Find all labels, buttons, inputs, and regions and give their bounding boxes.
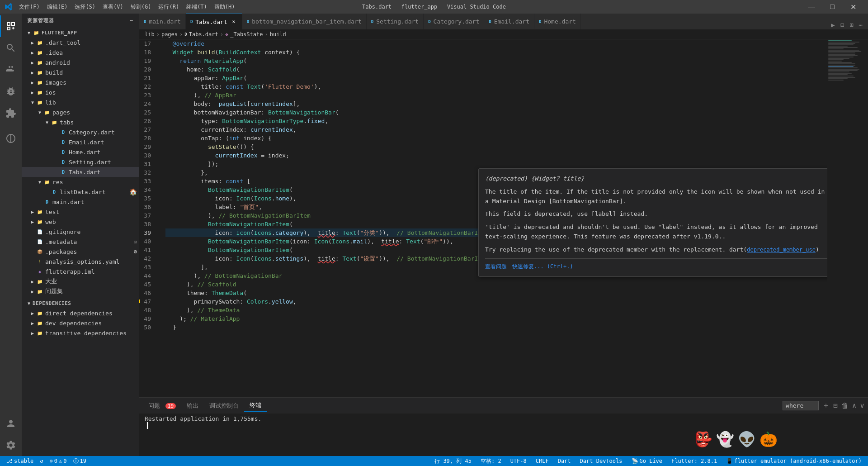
sidebar-item-build[interactable]: ▶ 📁 build: [22, 67, 139, 77]
sidebar-item-email-dart[interactable]: ▶ D Email.dart: [22, 137, 139, 147]
tab-main-dart[interactable]: D main.dart: [139, 14, 186, 29]
sidebar-item-pages[interactable]: ▼ 📁 pages: [22, 107, 139, 117]
popup-action-problems[interactable]: 查看问题: [485, 262, 507, 271]
sidebar-item-ios[interactable]: ▶ 📁 ios: [22, 87, 139, 97]
status-line-ending[interactable]: CRLF: [534, 456, 551, 466]
activity-explorer[interactable]: [0, 15, 22, 37]
sidebar-item-gitignore[interactable]: ▶ 📄 .gitignore: [22, 227, 139, 237]
sidebar-item-packages[interactable]: ▶ 📦 .packages ⚙: [22, 247, 139, 257]
tree-root[interactable]: ▼ 📁 FLUTTER_APP: [22, 28, 139, 38]
tab-category-dart[interactable]: D Category.dart: [424, 14, 484, 29]
sidebar-item-dev-deps[interactable]: ▶ 📁 dev dependencies: [22, 318, 139, 328]
tab-actions[interactable]: ▶ ⊟ ⊞ ⋯: [829, 20, 868, 29]
status-language[interactable]: Dart: [556, 456, 573, 466]
status-branch[interactable]: ⎇ stable: [5, 456, 35, 466]
sidebar-item-category-dart[interactable]: ▶ D Category.dart: [22, 127, 139, 137]
terminal-actions[interactable]: ＋ ⊟ 🗑 ∧ ∨: [783, 401, 864, 410]
tab-setting-dart[interactable]: D Setting.dart: [367, 14, 424, 29]
sidebar-item-issues[interactable]: ▶ 📁 问题集: [22, 286, 139, 296]
sidebar-item-direct-deps[interactable]: ▶ 📁 direct dependencies: [22, 308, 139, 318]
tab-close-tabs-dart[interactable]: ×: [230, 18, 237, 25]
sidebar-item-metadata[interactable]: ▶ 📄 .metadata ✉: [22, 237, 139, 247]
sidebar-item-home-dart[interactable]: ▶ D Home.dart: [22, 147, 139, 157]
sidebar-item-dart-tool[interactable]: ▶ 📁 .dart_tool: [22, 38, 139, 48]
close-button[interactable]: ✕: [843, 0, 863, 14]
status-info[interactable]: ⓘ 19: [71, 456, 88, 466]
breadcrumb-build[interactable]: build: [270, 31, 286, 38]
sidebar-item-flutterapp-iml[interactable]: ▶ ◆ flutterapp.iml: [22, 266, 139, 276]
code-editor[interactable]: @override Widget build(BuildContext cont…: [162, 39, 827, 397]
run-icon[interactable]: ▶: [829, 20, 836, 29]
chevron-up-icon[interactable]: ∧: [852, 401, 857, 410]
chevron-down-icon[interactable]: ∨: [860, 401, 864, 410]
sidebar-item-dependencies-section[interactable]: ▼ DEPENDENCIES: [22, 298, 139, 308]
split-terminal-icon[interactable]: ⊟: [833, 401, 838, 410]
breadcrumb-lib[interactable]: lib: [145, 31, 155, 38]
breadcrumb-tabs-dart[interactable]: Tabs.dart: [189, 31, 218, 38]
sidebar-item-test[interactable]: ▶ 📁 test: [22, 207, 139, 217]
sidebar-item-web[interactable]: ▶ 📁 web: [22, 217, 139, 227]
popup-action-quickfix[interactable]: 快速修复... (Ctrl+.): [512, 262, 573, 271]
status-line-col[interactable]: 行 39, 列 45: [433, 456, 473, 466]
menu-select[interactable]: 选择(S): [72, 2, 98, 12]
sidebar-item-idea[interactable]: ▶ 📁 .idea: [22, 48, 139, 57]
sidebar-more-icon[interactable]: ⋯: [130, 18, 133, 24]
menu-bar[interactable]: 文件(F) 编辑(E) 选择(S) 查看(V) 转到(G) 运行(R) 终端(T…: [16, 2, 238, 12]
status-encoding[interactable]: UTF-8: [509, 456, 528, 466]
breadcrumb-tabs-state[interactable]: _TabsState: [230, 31, 263, 38]
tab-terminal[interactable]: 终端: [244, 399, 267, 412]
activity-search[interactable]: [0, 37, 22, 59]
tab-problems[interactable]: 问题 19: [143, 400, 181, 412]
menu-run[interactable]: 运行(R): [156, 2, 182, 12]
menu-help[interactable]: 帮助(H): [212, 2, 238, 12]
activity-account[interactable]: [0, 413, 22, 434]
menu-file[interactable]: 文件(F): [16, 2, 42, 12]
tab-tabs-dart[interactable]: D Tabs.dart ×: [186, 14, 242, 29]
maximize-button[interactable]: □: [822, 0, 843, 14]
breadcrumb-pages[interactable]: pages: [161, 31, 178, 38]
sidebar-item-tabs-folder[interactable]: ▼ 📁 tabs: [22, 117, 139, 127]
menu-terminal[interactable]: 终端(T): [184, 2, 210, 12]
status-devtools[interactable]: Dart DevTools: [578, 456, 624, 466]
tab-home-dart[interactable]: D Home.dart: [534, 14, 581, 29]
status-spaces[interactable]: 空格: 2: [479, 456, 503, 466]
sidebar-item-lib[interactable]: ▼ 📁 lib: [22, 97, 139, 107]
sidebar-item-images[interactable]: ▶ 📁 images: [22, 77, 139, 87]
menu-view[interactable]: 查看(V): [100, 2, 126, 12]
sidebar-item-res[interactable]: ▼ 📁 res: [22, 177, 139, 187]
status-golive[interactable]: 📡 Go Live: [630, 456, 665, 466]
split-right-icon[interactable]: ⊟: [839, 20, 846, 29]
overflow-icon[interactable]: ⋯: [857, 20, 864, 29]
tab-email-dart[interactable]: D Email.dart: [484, 14, 534, 29]
popup-deprecated-link[interactable]: deprecated_member_use: [747, 247, 816, 253]
menu-edit[interactable]: 编辑(E): [44, 2, 71, 12]
window-controls[interactable]: ― □ ✕: [801, 0, 863, 14]
tab-output[interactable]: 输出: [181, 400, 204, 412]
status-emulator[interactable]: 📱 flutter emulator (android-x86-emulator…: [724, 456, 863, 466]
minimize-button[interactable]: ―: [801, 0, 822, 14]
status-errors[interactable]: ⊗ 0 ⚠ 0: [48, 456, 69, 466]
sidebar-item-android[interactable]: ▶ 📁 android: [22, 57, 139, 67]
activity-settings[interactable]: [0, 434, 22, 456]
menu-goto[interactable]: 转到(G): [128, 2, 154, 12]
status-flutter[interactable]: Flutter: 2.8.1: [670, 456, 719, 466]
tab-debug-console[interactable]: 调试控制台: [204, 400, 244, 412]
terminal-content[interactable]: Restarted application in 1,755ms. ▋ 👺 👻 …: [139, 414, 868, 456]
sidebar-item-tabs-dart[interactable]: ▶ D Tabs.dart: [22, 167, 139, 177]
tab-bottom-nav-item[interactable]: D bottom_navigation_bar_item.dart: [242, 14, 367, 29]
sidebar-item-bigdata[interactable]: ▶ 📁 大业: [22, 276, 139, 286]
split-layout-icon[interactable]: ⊞: [848, 20, 855, 29]
add-terminal-icon[interactable]: ＋: [822, 401, 830, 410]
activity-remote[interactable]: [0, 128, 22, 149]
where-search-input[interactable]: [783, 401, 819, 410]
activity-source-control[interactable]: [0, 59, 22, 81]
trash-icon[interactable]: 🗑: [841, 401, 849, 410]
activity-debug[interactable]: [0, 81, 22, 102]
sidebar-item-listdata-dart[interactable]: ▶ D listData.dart 🏠: [22, 187, 139, 197]
sidebar-item-setting-dart[interactable]: ▶ D Setting.dart: [22, 157, 139, 167]
sidebar-item-main-dart[interactable]: ▶ D main.dart: [22, 197, 139, 207]
activity-extensions[interactable]: [0, 102, 22, 124]
sidebar-item-analysis-options[interactable]: ▶ ! analysis_options.yaml: [22, 257, 139, 266]
status-sync[interactable]: ↺: [38, 456, 45, 466]
sidebar-item-transitive-deps[interactable]: ▶ 📁 transitive dependencies: [22, 328, 139, 338]
